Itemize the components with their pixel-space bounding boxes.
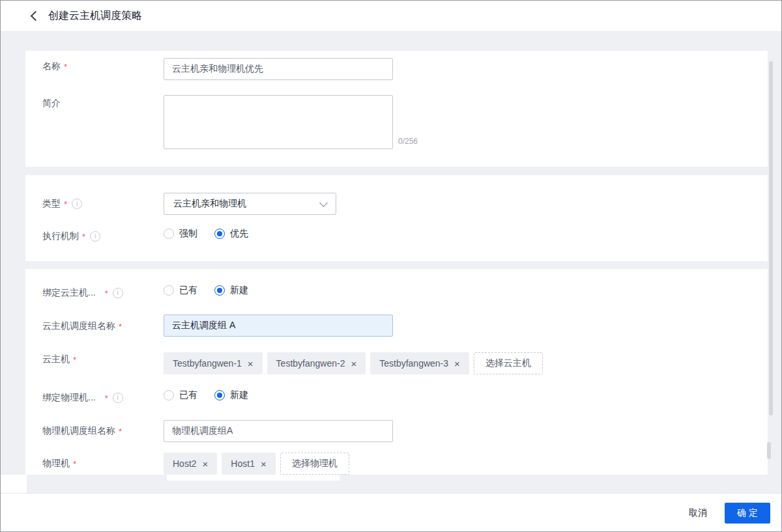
page-scrollbar-thumb[interactable]	[769, 61, 773, 415]
host-tag: Host1 ×	[222, 453, 275, 475]
required-mark: *	[105, 288, 108, 298]
required-mark: *	[82, 232, 85, 242]
description-textarea[interactable]	[164, 95, 393, 149]
radio-circle	[164, 229, 174, 239]
vm-label: 云主机*	[42, 354, 76, 365]
mechanism-label: 执行机制*i	[42, 231, 100, 242]
radio-new-vm-group[interactable]: 新建	[214, 285, 248, 296]
host-label: 物理机*	[42, 458, 76, 469]
required-mark: *	[73, 459, 76, 469]
mechanism-radio-group: 强制 优先	[164, 228, 265, 240]
remove-icon[interactable]: ×	[261, 459, 267, 469]
policy-type-card: 类型*i 云主机亲和物理机 执行机制*i 强制 优先	[25, 175, 768, 261]
vm-group-name-input[interactable]	[164, 315, 393, 337]
vm-group-mode-radio-group: 已有 新建	[164, 285, 265, 296]
char-counter: 0/256	[398, 137, 418, 146]
bottom-left-filler	[1, 475, 27, 493]
radio-circle	[214, 229, 225, 239]
vm-tag: Testbyfangwen-1 ×	[164, 352, 263, 374]
info-icon[interactable]: i	[90, 231, 100, 242]
radio-preferred[interactable]: 优先	[214, 228, 248, 240]
description-label: 简介	[42, 98, 61, 109]
info-icon[interactable]: i	[72, 199, 82, 209]
footer-bar: 取消 确 定	[1, 493, 781, 532]
back-icon[interactable]	[31, 11, 41, 21]
vm-tag: Testbyfangwen-3 ×	[370, 352, 469, 374]
select-vm-button[interactable]: 选择云主机	[474, 352, 543, 374]
required-mark: *	[105, 393, 108, 403]
required-mark: *	[64, 62, 67, 72]
radio-circle	[214, 285, 225, 296]
page-title: 创建云主机调度策略	[48, 9, 142, 23]
inner-scrollbar-thumb[interactable]	[767, 442, 771, 459]
remove-icon[interactable]: ×	[248, 359, 253, 369]
vm-tag: Testbyfangwen-2 ×	[267, 352, 366, 374]
cancel-button[interactable]: 取消	[688, 503, 708, 523]
radio-mandatory[interactable]: 强制	[164, 228, 197, 240]
basic-info-card: 名称* 简介 0/256	[25, 51, 768, 167]
radio-existing-host-group[interactable]: 已有	[164, 389, 197, 401]
host-group-mode-radio-group: 已有 新建	[164, 389, 265, 401]
info-icon[interactable]: i	[113, 288, 123, 298]
vm-group-mode-label: 绑定云主机...*i	[42, 287, 123, 299]
chevron-down-icon	[319, 199, 328, 207]
name-input[interactable]	[164, 58, 393, 80]
remove-icon[interactable]: ×	[351, 359, 356, 369]
binding-card: 绑定云主机...*i 已有 新建 云主机调度组名称* 云主机* Testbyfa…	[25, 269, 768, 475]
vm-group-name-label: 云主机调度组名称*	[42, 320, 122, 332]
required-mark: *	[64, 199, 67, 209]
radio-existing-vm-group[interactable]: 已有	[164, 285, 197, 296]
type-label: 类型*i	[42, 198, 82, 210]
remove-icon[interactable]: ×	[203, 459, 209, 469]
confirm-button[interactable]: 确 定	[725, 503, 770, 524]
radio-circle	[214, 390, 225, 400]
radio-circle	[164, 285, 174, 296]
info-icon[interactable]: i	[113, 393, 123, 403]
required-mark: *	[119, 322, 122, 331]
select-host-button[interactable]: 选择物理机	[280, 453, 349, 475]
name-label: 名称*	[42, 61, 67, 72]
host-group-mode-label: 绑定物理机...*i	[42, 392, 123, 404]
type-select[interactable]: 云主机亲和物理机	[164, 193, 336, 215]
radio-new-host-group[interactable]: 新建	[214, 389, 248, 401]
host-group-name-input[interactable]	[164, 420, 393, 442]
page-header: 创建云主机调度策略	[1, 1, 781, 32]
required-mark: *	[119, 427, 122, 436]
host-tag-row: Host2 × Host1 × 选择物理机	[164, 453, 349, 475]
radio-circle	[164, 390, 174, 400]
vm-tag-row: Testbyfangwen-1 × Testbyfangwen-2 × Test…	[164, 352, 543, 374]
type-select-value: 云主机亲和物理机	[173, 198, 246, 210]
required-mark: *	[73, 355, 76, 365]
host-tag: Host2 ×	[164, 453, 217, 475]
clipped-content-peek	[167, 475, 340, 481]
host-group-name-label: 物理机调度组名称*	[42, 425, 122, 437]
remove-icon[interactable]: ×	[454, 359, 460, 369]
